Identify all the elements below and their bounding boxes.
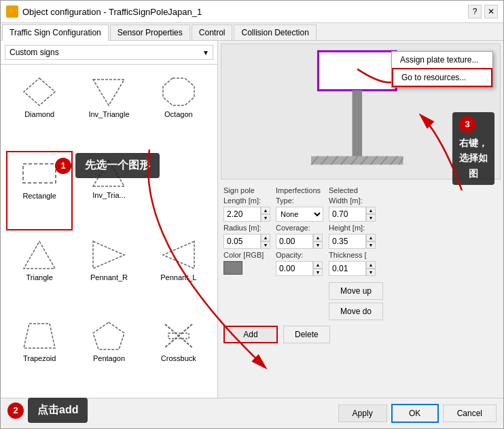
selected-width-label: Width [m]: <box>329 196 383 205</box>
tab-control[interactable]: Control <box>192 24 233 40</box>
thickness-up-btn[interactable]: ▲ <box>366 261 376 269</box>
left-panel-inner: Diamond Inv_Triangle <box>1 65 217 398</box>
annotation-1: 1 先选一个图形 <box>55 153 160 178</box>
radius-label: Radius [m]: <box>223 224 270 232</box>
shape-label-pentagon: Pentagon <box>93 354 125 362</box>
svg-marker-9 <box>93 322 124 349</box>
svg-marker-1 <box>93 80 124 105</box>
context-menu-goto-resources[interactable]: Go to resources... <box>392 68 492 87</box>
length-up-btn[interactable]: ▲ <box>261 207 270 214</box>
pentagon-svg <box>92 321 126 351</box>
crossbuck-svg <box>162 321 196 351</box>
octagon-svg <box>162 77 196 107</box>
opacity-label: Opacity: <box>276 251 323 259</box>
width-up-btn[interactable]: ▲ <box>366 207 376 214</box>
shape-item-diamond[interactable]: Diamond <box>6 70 73 148</box>
shape-label-rectangle: Rectangle <box>22 192 56 200</box>
trapezoid-svg <box>22 321 56 351</box>
shape-label-triangle: Triangle <box>26 273 52 281</box>
inv-triangle-svg <box>92 77 126 107</box>
shape-item-pennant-r[interactable]: Pennant_R <box>75 233 142 311</box>
shape-label-inv-triangle2: Inv_Tria... <box>92 191 126 199</box>
opacity-down-btn[interactable]: ▼ <box>313 269 323 276</box>
coverage-up-btn[interactable]: ▲ <box>313 234 323 241</box>
tab-collision-detection[interactable]: Collision Detection <box>234 24 316 40</box>
sign-pole-group: Sign pole Length [m]: 2.20 ▲ ▼ Radius [m… <box>223 186 270 275</box>
shape-label-crossbuck: Crossbuck <box>161 354 196 362</box>
opacity-input[interactable] <box>276 261 313 276</box>
title-bar: 🔶 Object configuration - TrafficSignPole… <box>1 1 503 23</box>
coverage-down-btn[interactable]: ▼ <box>313 241 323 249</box>
radius-up-btn[interactable]: ▲ <box>261 234 270 241</box>
shape-item-octagon[interactable]: Octagon <box>145 70 212 148</box>
cancel-button[interactable]: Cancel <box>443 405 497 422</box>
close-button[interactable]: ✕ <box>484 5 498 18</box>
shape-label-pennant-l: Pennant_L <box>160 273 196 281</box>
pennant-l-svg <box>162 240 196 270</box>
svg-rect-13 <box>318 51 396 90</box>
step-3-circle: 3 <box>459 116 475 133</box>
controls-row-main: Sign pole Length [m]: 2.20 ▲ ▼ Radius [m… <box>223 186 498 320</box>
thickness-spinners: ▲ ▼ <box>366 261 376 276</box>
shape-item-pennant-l[interactable]: Pennant_L <box>145 233 212 311</box>
selected-label: Selected <box>329 186 383 194</box>
shape-item-triangle[interactable]: Triangle <box>6 233 73 311</box>
length-label: Length [m]: <box>223 196 270 205</box>
left-panel: Custom signs ▼ Diamond <box>1 41 218 398</box>
move-down-button[interactable]: Move do <box>329 303 383 320</box>
delete-button[interactable]: Delete <box>283 326 330 343</box>
width-down-btn[interactable]: ▼ <box>366 214 376 222</box>
step-2-circle: 2 <box>7 402 24 419</box>
type-select[interactable]: None <box>276 207 323 222</box>
shape-item-crossbuck[interactable]: Crossbuck <box>145 314 212 392</box>
opacity-spinners: ▲ ▼ <box>313 261 323 276</box>
sign-pole-label: Sign pole <box>223 186 270 194</box>
window-title: Object configuration - TrafficSignPoleJa… <box>22 7 202 17</box>
add-button[interactable]: Add <box>223 326 278 343</box>
color-swatch[interactable] <box>223 261 242 275</box>
help-button[interactable]: ? <box>468 5 482 18</box>
controls-area: Sign pole Length [m]: 2.20 ▲ ▼ Radius [m… <box>218 182 503 398</box>
context-menu-assign-texture[interactable]: Assign plate texture... <box>392 52 492 68</box>
svg-marker-0 <box>24 78 55 105</box>
opacity-up-btn[interactable]: ▲ <box>313 261 323 269</box>
radius-down-btn[interactable]: ▼ <box>261 241 270 249</box>
annotation-3-line2: 选择如 <box>459 150 488 165</box>
custom-signs-dropdown[interactable]: Custom signs <box>5 45 213 60</box>
length-spinners: ▲ ▼ <box>261 207 270 222</box>
pennant-r-svg <box>92 240 126 270</box>
annotation-2-text: 点击add <box>28 398 88 423</box>
shape-item-trapezoid[interactable]: Trapezoid <box>6 314 73 392</box>
tab-bar: Traffic Sign Configuration Sensor Proper… <box>1 23 503 41</box>
height-up-btn[interactable]: ▲ <box>366 234 376 241</box>
ok-button[interactable]: OK <box>391 404 439 423</box>
tab-traffic-sign-configuration[interactable]: Traffic Sign Configuration <box>2 24 109 41</box>
length-input[interactable]: 2.20 <box>223 207 261 222</box>
shape-label-trapezoid: Trapezoid <box>23 354 56 362</box>
coverage-input[interactable] <box>276 234 313 249</box>
width-input[interactable] <box>329 207 366 222</box>
shape-item-pentagon[interactable]: Pentagon <box>75 314 142 392</box>
coverage-label: Coverage: <box>276 224 323 232</box>
imperfections-label: Imperfections <box>276 186 323 194</box>
shape-item-inv-triangle[interactable]: Inv_Triangle <box>75 70 142 148</box>
color-label: Color [RGB] <box>223 251 270 259</box>
thickness-input[interactable] <box>329 261 366 276</box>
svg-rect-3 <box>23 164 56 183</box>
tab-sensor-properties[interactable]: Sensor Properties <box>110 24 190 40</box>
svg-marker-2 <box>163 78 194 105</box>
annotation-3-line3: 图 <box>459 166 488 181</box>
apply-button[interactable]: Apply <box>338 405 387 422</box>
shapes-grid: Diamond Inv_Triangle <box>1 65 217 398</box>
main-window: 🔶 Object configuration - TrafficSignPole… <box>0 0 504 429</box>
height-input[interactable] <box>329 234 366 249</box>
selected-thickness-label: Thickness [ <box>329 251 383 259</box>
preview-area: Assign plate texture... Go to resources.… <box>221 44 501 179</box>
move-up-button[interactable]: Move up <box>329 282 383 300</box>
length-down-btn[interactable]: ▼ <box>261 214 270 222</box>
thickness-down-btn[interactable]: ▼ <box>366 269 376 276</box>
svg-marker-7 <box>163 241 194 269</box>
height-down-btn[interactable]: ▼ <box>366 241 376 249</box>
shape-label-diamond: Diamond <box>24 110 54 118</box>
radius-input[interactable] <box>223 234 261 249</box>
